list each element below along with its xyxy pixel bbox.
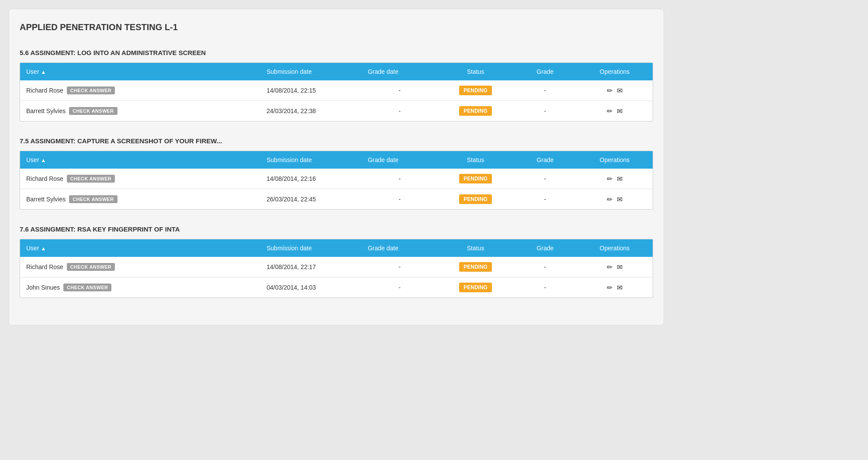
grade-date: - <box>362 101 438 121</box>
col-header-user-section1[interactable]: User ▲ <box>20 63 260 80</box>
col-header-submission_date-section2: Submission date <box>260 151 362 169</box>
check-answer-button[interactable]: CHECK ANSWER <box>67 175 115 183</box>
email-icon[interactable]: ✉ <box>617 175 622 183</box>
edit-icon[interactable]: ✏ <box>607 284 612 292</box>
operations-cell: ✏✉ <box>577 169 653 189</box>
user-cell-s3-r1: Richard RoseCHECK ANSWER <box>20 257 260 277</box>
grade-value: - <box>513 169 577 189</box>
check-answer-button[interactable]: CHECK ANSWER <box>67 86 115 94</box>
submission-date: 14/08/2014, 22:16 <box>260 169 362 189</box>
submission-date: 26/03/2014, 22:45 <box>260 189 362 210</box>
col-header-operations-section1: Operations <box>577 63 653 80</box>
operations-cell: ✏✉ <box>577 257 653 277</box>
grade-value: - <box>513 277 577 298</box>
status-badge: PENDING <box>459 194 492 204</box>
table-1: User ▲Submission dateGrade dateStatusGra… <box>20 63 653 121</box>
col-header-status-section1: Status <box>438 63 514 80</box>
grade-date: - <box>362 189 438 210</box>
col-header-grade_date-section2: Grade date <box>362 151 438 169</box>
section-title-3: 7.6 ASSINGMENT: RSA KEY FINGERPRINT OF I… <box>20 224 653 235</box>
edit-icon[interactable]: ✏ <box>607 175 612 183</box>
sections-container: 5.6 ASSINGMENT: LOG INTO AN ADMINISTRATI… <box>20 47 653 298</box>
table-row: Richard RoseCHECK ANSWER14/08/2014, 22:1… <box>20 257 653 277</box>
section-title-1: 5.6 ASSINGMENT: LOG INTO AN ADMINISTRATI… <box>20 47 653 58</box>
col-header-submission_date-section3: Submission date <box>260 239 362 257</box>
user-cell-s1-r1: Richard RoseCHECK ANSWER <box>20 80 260 101</box>
user-cell-s2-r1: Richard RoseCHECK ANSWER <box>20 169 260 189</box>
sort-arrow-icon: ▲ <box>41 69 46 75</box>
status-badge: PENDING <box>459 174 492 183</box>
grade-value: - <box>513 189 577 210</box>
user-name: John Sinues <box>26 284 60 291</box>
status-cell: PENDING <box>438 101 514 121</box>
status-cell: PENDING <box>438 189 514 210</box>
status-badge: PENDING <box>459 283 492 292</box>
submission-date: 04/03/2014, 14:03 <box>260 277 362 298</box>
col-header-user-section2[interactable]: User ▲ <box>20 151 260 169</box>
user-name: Barrett Sylvies <box>26 107 66 114</box>
user-cell-s3-r2: John SinuesCHECK ANSWER <box>20 277 260 298</box>
status-cell: PENDING <box>438 169 514 189</box>
table-wrapper-1: User ▲Submission dateGrade dateStatusGra… <box>20 62 653 121</box>
table-row: Barrett SylviesCHECK ANSWER26/03/2014, 2… <box>20 189 653 210</box>
operations-cell: ✏✉ <box>577 189 653 210</box>
email-icon[interactable]: ✉ <box>617 195 622 204</box>
col-header-status-section2: Status <box>438 151 514 169</box>
status-badge: PENDING <box>459 262 492 272</box>
main-container: APPLIED PENETRATION TESTING L-1 5.6 ASSI… <box>9 9 664 325</box>
grade-date: - <box>362 257 438 277</box>
status-badge: PENDING <box>459 106 492 116</box>
grade-date: - <box>362 80 438 101</box>
edit-icon[interactable]: ✏ <box>607 263 612 271</box>
check-answer-button[interactable]: CHECK ANSWER <box>69 107 117 115</box>
col-header-grade_date-section1: Grade date <box>362 63 438 80</box>
operations-cell: ✏✉ <box>577 277 653 298</box>
check-answer-button[interactable]: CHECK ANSWER <box>67 263 115 271</box>
operations-cell: ✏✉ <box>577 80 653 101</box>
col-header-grade-section1: Grade <box>513 63 577 80</box>
page-title: APPLIED PENETRATION TESTING L-1 <box>20 18 653 37</box>
col-header-submission_date-section1: Submission date <box>260 63 362 80</box>
sort-arrow-icon: ▲ <box>41 157 46 163</box>
col-header-status-section3: Status <box>438 239 514 257</box>
edit-icon[interactable]: ✏ <box>607 86 612 95</box>
status-cell: PENDING <box>438 257 514 277</box>
email-icon[interactable]: ✉ <box>617 86 622 95</box>
table-wrapper-2: User ▲Submission dateGrade dateStatusGra… <box>20 151 653 210</box>
submission-date: 14/08/2014, 22:17 <box>260 257 362 277</box>
email-icon[interactable]: ✉ <box>617 284 622 292</box>
operations-cell: ✏✉ <box>577 101 653 121</box>
table-row: Richard RoseCHECK ANSWER14/08/2014, 22:1… <box>20 80 653 101</box>
grade-value: - <box>513 101 577 121</box>
status-cell: PENDING <box>438 80 514 101</box>
section-1: 5.6 ASSINGMENT: LOG INTO AN ADMINISTRATI… <box>20 47 653 121</box>
edit-icon[interactable]: ✏ <box>607 107 612 115</box>
table-row: John SinuesCHECK ANSWER04/03/2014, 14:03… <box>20 277 653 298</box>
table-row: Barrett SylviesCHECK ANSWER24/03/2014, 2… <box>20 101 653 121</box>
col-header-operations-section3: Operations <box>577 239 653 257</box>
submission-date: 14/08/2014, 22:15 <box>260 80 362 101</box>
table-row: Richard RoseCHECK ANSWER14/08/2014, 22:1… <box>20 169 653 189</box>
grade-value: - <box>513 80 577 101</box>
edit-icon[interactable]: ✏ <box>607 195 612 204</box>
email-icon[interactable]: ✉ <box>617 107 622 115</box>
table-3: User ▲Submission dateGrade dateStatusGra… <box>20 239 653 297</box>
submission-date: 24/03/2014, 22:38 <box>260 101 362 121</box>
status-badge: PENDING <box>459 86 492 95</box>
col-header-operations-section2: Operations <box>577 151 653 169</box>
section-2: 7.5 ASSINGMENT: CAPTURE A SCREENSHOT OF … <box>20 135 653 210</box>
col-header-grade-section3: Grade <box>513 239 577 257</box>
email-icon[interactable]: ✉ <box>617 263 622 271</box>
col-header-user-section3[interactable]: User ▲ <box>20 239 260 257</box>
user-cell-s2-r2: Barrett SylviesCHECK ANSWER <box>20 189 260 210</box>
sort-arrow-icon: ▲ <box>41 246 46 252</box>
user-cell-s1-r2: Barrett SylviesCHECK ANSWER <box>20 101 260 121</box>
check-answer-button[interactable]: CHECK ANSWER <box>69 195 117 203</box>
user-name: Richard Rose <box>26 175 63 182</box>
user-name: Richard Rose <box>26 87 63 94</box>
section-title-2: 7.5 ASSINGMENT: CAPTURE A SCREENSHOT OF … <box>20 135 653 146</box>
table-2: User ▲Submission dateGrade dateStatusGra… <box>20 151 653 209</box>
grade-date: - <box>362 169 438 189</box>
grade-value: - <box>513 257 577 277</box>
check-answer-button[interactable]: CHECK ANSWER <box>63 284 111 291</box>
